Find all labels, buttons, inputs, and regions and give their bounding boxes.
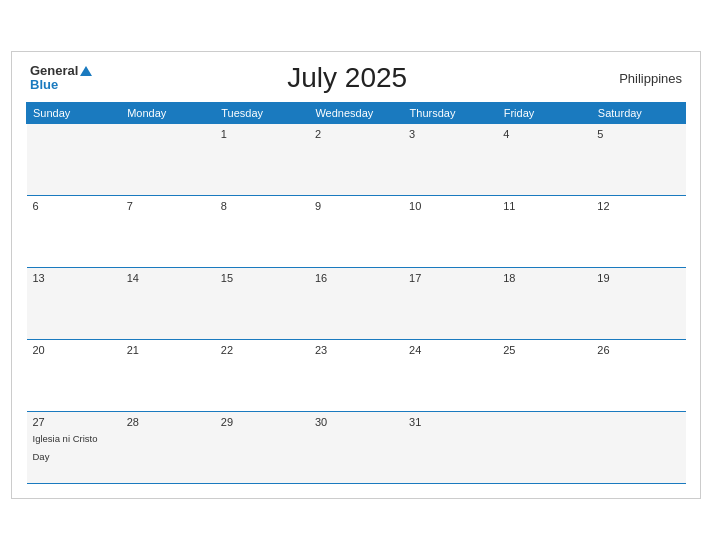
day-number: 26 [597, 344, 681, 356]
day-number: 25 [503, 344, 587, 356]
calendar-day-cell: 12 [591, 196, 685, 268]
header-friday: Friday [497, 103, 591, 124]
calendar-day-cell: 2 [309, 124, 403, 196]
calendar-day-cell: 7 [121, 196, 215, 268]
logo-blue-text: Blue [30, 78, 58, 92]
day-number: 2 [315, 128, 399, 140]
calendar-day-cell: 13 [27, 268, 121, 340]
calendar-day-cell: 29 [215, 412, 309, 484]
day-number: 21 [127, 344, 211, 356]
calendar-day-cell: 16 [309, 268, 403, 340]
calendar-day-cell: 19 [591, 268, 685, 340]
day-number: 12 [597, 200, 681, 212]
calendar-week-row: 12345 [27, 124, 686, 196]
header-thursday: Thursday [403, 103, 497, 124]
header-sunday: Sunday [27, 103, 121, 124]
calendar-day-cell: 10 [403, 196, 497, 268]
day-number: 13 [33, 272, 117, 284]
calendar-day-cell [121, 124, 215, 196]
calendar-container: General Blue July 2025 Philippines Sunda… [11, 51, 701, 499]
day-number: 7 [127, 200, 211, 212]
calendar-day-cell: 11 [497, 196, 591, 268]
header-monday: Monday [121, 103, 215, 124]
calendar-week-row: 27Iglesia ni Cristo Day28293031 [27, 412, 686, 484]
calendar-week-row: 6789101112 [27, 196, 686, 268]
calendar-day-cell: 5 [591, 124, 685, 196]
calendar-country: Philippines [602, 71, 682, 86]
calendar-day-cell: 31 [403, 412, 497, 484]
calendar-header: General Blue July 2025 Philippines [26, 62, 686, 94]
calendar-day-cell: 1 [215, 124, 309, 196]
calendar-day-cell: 23 [309, 340, 403, 412]
day-number: 17 [409, 272, 493, 284]
calendar-day-cell: 27Iglesia ni Cristo Day [27, 412, 121, 484]
day-number: 15 [221, 272, 305, 284]
day-number: 10 [409, 200, 493, 212]
day-number: 30 [315, 416, 399, 428]
calendar-day-cell: 8 [215, 196, 309, 268]
calendar-day-cell: 20 [27, 340, 121, 412]
calendar-day-cell: 26 [591, 340, 685, 412]
calendar-day-cell: 30 [309, 412, 403, 484]
calendar-day-cell: 22 [215, 340, 309, 412]
calendar-day-cell: 25 [497, 340, 591, 412]
header-wednesday: Wednesday [309, 103, 403, 124]
day-number: 16 [315, 272, 399, 284]
day-number: 24 [409, 344, 493, 356]
header-saturday: Saturday [591, 103, 685, 124]
day-number: 8 [221, 200, 305, 212]
calendar-week-row: 20212223242526 [27, 340, 686, 412]
calendar-day-cell: 14 [121, 268, 215, 340]
logo-triangle-icon [80, 66, 92, 76]
calendar-grid: Sunday Monday Tuesday Wednesday Thursday… [26, 102, 686, 484]
calendar-week-row: 13141516171819 [27, 268, 686, 340]
day-number: 19 [597, 272, 681, 284]
day-number: 14 [127, 272, 211, 284]
calendar-day-cell: 18 [497, 268, 591, 340]
calendar-day-cell [497, 412, 591, 484]
day-number: 3 [409, 128, 493, 140]
day-number: 11 [503, 200, 587, 212]
calendar-day-cell: 4 [497, 124, 591, 196]
calendar-day-cell: 21 [121, 340, 215, 412]
calendar-day-cell: 24 [403, 340, 497, 412]
day-number: 22 [221, 344, 305, 356]
day-number: 18 [503, 272, 587, 284]
day-number: 28 [127, 416, 211, 428]
calendar-day-cell [27, 124, 121, 196]
calendar-day-cell: 9 [309, 196, 403, 268]
calendar-day-cell: 3 [403, 124, 497, 196]
calendar-day-cell: 15 [215, 268, 309, 340]
day-number: 27 [33, 416, 117, 428]
day-number: 29 [221, 416, 305, 428]
calendar-day-cell: 17 [403, 268, 497, 340]
logo-general-text: General [30, 64, 78, 78]
calendar-day-cell: 6 [27, 196, 121, 268]
day-event: Iglesia ni Cristo Day [33, 433, 98, 462]
day-number: 20 [33, 344, 117, 356]
header-tuesday: Tuesday [215, 103, 309, 124]
calendar-title: July 2025 [92, 62, 602, 94]
day-number: 9 [315, 200, 399, 212]
day-number: 1 [221, 128, 305, 140]
day-number: 23 [315, 344, 399, 356]
weekday-header-row: Sunday Monday Tuesday Wednesday Thursday… [27, 103, 686, 124]
logo: General Blue [30, 64, 92, 93]
day-number: 6 [33, 200, 117, 212]
calendar-day-cell: 28 [121, 412, 215, 484]
day-number: 5 [597, 128, 681, 140]
day-number: 31 [409, 416, 493, 428]
day-number: 4 [503, 128, 587, 140]
calendar-day-cell [591, 412, 685, 484]
